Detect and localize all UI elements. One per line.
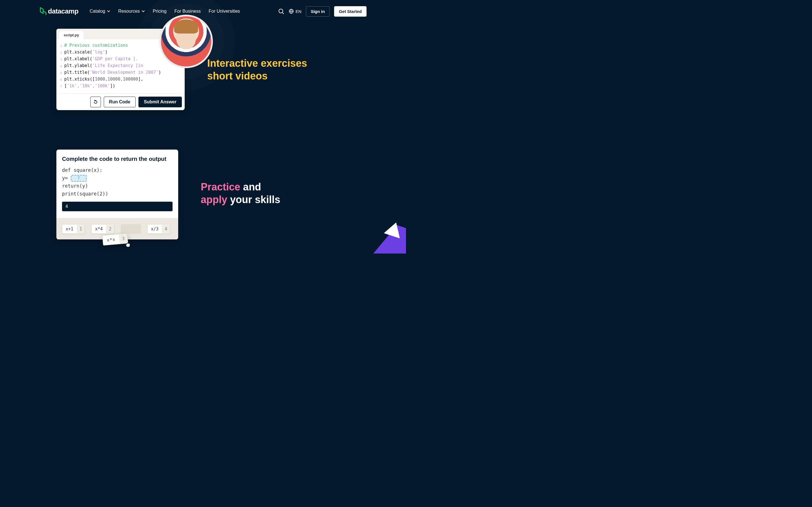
get-started-button[interactable]: Get Started xyxy=(334,6,366,17)
nav-pricing[interactable]: Pricing xyxy=(153,9,167,14)
header-actions: EN Sign in Get Started xyxy=(278,6,366,17)
output-value: 4 xyxy=(65,204,68,209)
submit-answer-button[interactable]: Submit Answer xyxy=(139,97,182,107)
language-label: EN xyxy=(296,9,301,14)
nav-resources-label: Resources xyxy=(118,9,140,14)
nav-catalog[interactable]: Catalog xyxy=(90,9,110,14)
answer-chip[interactable]: x*4 2 xyxy=(91,224,114,234)
nav-pricing-label: Pricing xyxy=(153,9,167,14)
nav-resources[interactable]: Resources xyxy=(118,9,145,14)
brand-name: datacamp xyxy=(48,7,79,15)
section2-headline: Practice and apply your skills xyxy=(201,180,280,206)
nav-business-label: For Business xyxy=(174,9,201,14)
logo-icon xyxy=(40,7,47,15)
headline-line-1: Interactive exercises xyxy=(207,57,307,69)
practice-title: Complete the code to return the output xyxy=(62,156,172,162)
site-header: datacamp Catalog Resources Pricing For B… xyxy=(0,0,406,17)
headline-word-skills: your skills xyxy=(227,194,280,205)
line-gutter: 1 2 3 4 5 6 7 xyxy=(58,42,62,90)
headline-word-apply: apply xyxy=(201,194,227,205)
nav-catalog-label: Catalog xyxy=(90,9,105,14)
globe-icon xyxy=(289,9,294,14)
sign-in-button[interactable]: Sign in xyxy=(306,6,329,17)
practice-code: def square(x): y= ? return(y) print(squa… xyxy=(62,166,172,198)
chevron-down-icon xyxy=(107,10,110,13)
dragging-chip[interactable]: x*x 3 xyxy=(102,233,128,245)
search-button[interactable] xyxy=(278,8,284,14)
code-blank[interactable]: ? xyxy=(71,175,87,182)
nav-universities-label: For Universities xyxy=(209,9,240,14)
headline-word-practice: Practice xyxy=(201,181,240,193)
instructor-avatar xyxy=(159,15,213,68)
run-code-button[interactable]: Run Code xyxy=(104,97,136,107)
editor-tab[interactable]: script.py xyxy=(59,31,84,39)
main-nav: Catalog Resources Pricing For Business F… xyxy=(90,9,240,14)
nav-business[interactable]: For Business xyxy=(174,9,201,14)
practice-card: Complete the code to return the output d… xyxy=(56,150,178,239)
nav-universities[interactable]: For Universities xyxy=(209,9,240,14)
chevron-down-icon xyxy=(142,10,145,13)
headline-line-2: short videos xyxy=(207,70,267,82)
search-icon xyxy=(278,8,284,14)
brand-logo[interactable]: datacamp xyxy=(40,7,79,15)
reset-icon xyxy=(93,100,98,105)
code-editor-card: script.py 1 2 3 4 5 6 7 # Previous custo… xyxy=(56,29,185,110)
headline-word-and: and xyxy=(240,181,261,193)
answer-chip[interactable]: x/3 4 xyxy=(147,224,170,234)
language-selector[interactable]: EN xyxy=(289,9,301,14)
svg-line-1 xyxy=(282,12,284,14)
cursor-grab-icon xyxy=(124,241,132,249)
answer-chip-empty-slot[interactable] xyxy=(121,224,141,234)
section1-headline: Interactive exercises short videos xyxy=(207,57,307,82)
answer-chip[interactable]: x+1 1 xyxy=(62,224,85,234)
reset-button[interactable] xyxy=(90,97,101,107)
output-bar: 4 xyxy=(62,202,172,211)
